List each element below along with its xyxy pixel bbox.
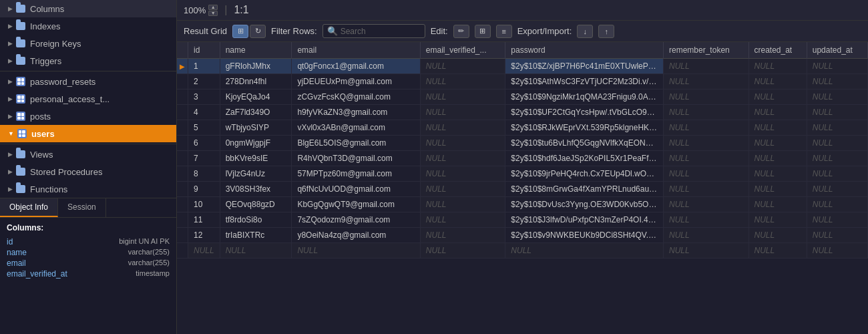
row-indicator: [177, 197, 188, 212]
row-indicator: [177, 166, 188, 182]
sidebar-item-stored-procedures[interactable]: ▶ Stored Procedures: [0, 163, 176, 180]
col-email-verified-at: email_verified_at timestamp: [7, 269, 170, 279]
divider: [0, 71, 176, 71]
chevron-icon: ▶: [8, 168, 13, 175]
folder-icon: [15, 166, 26, 177]
table-row[interactable]: 12trIaBIXTRcy8OeiNa4zq@gmail.comNULL$2y$…: [177, 228, 868, 243]
tab-session[interactable]: Session: [58, 198, 106, 217]
bottom-tabs: Object Info Session: [0, 198, 176, 218]
import-btn[interactable]: ↑: [598, 25, 614, 38]
sidebar-item-label: users: [31, 129, 55, 139]
col-header-password[interactable]: password: [505, 42, 664, 59]
row-indicator: [177, 228, 188, 243]
chevron-icon: ▶: [8, 113, 13, 120]
col-header-email[interactable]: email: [292, 42, 420, 59]
sidebar-item-functions[interactable]: ▶ Functions: [0, 180, 176, 198]
col-name: name varchar(255): [7, 247, 170, 258]
refresh-btn[interactable]: ↻: [250, 25, 266, 38]
sidebar-item-label: Triggers: [30, 56, 61, 66]
sidebar-item-users[interactable]: ▼ users: [0, 125, 176, 142]
chevron-icon: ▶: [8, 78, 13, 85]
col-email: email varchar(255): [7, 258, 170, 269]
sidebar-item-label: Foreign Keys: [30, 39, 81, 49]
filter-rows-label: Filter Rows:: [271, 26, 317, 36]
main-panel: 100% ▲ ▼ | 1:1 Result Grid ⊞ ↻ Filter Ro…: [177, 0, 868, 334]
chevron-icon: ▶: [8, 40, 13, 47]
edit-label: Edit:: [431, 26, 448, 36]
row-indicator: ▶: [177, 59, 188, 74]
table-row[interactable]: 11tf8rdoSi8o7sZQodozm9@gmail.comNULL$2y$…: [177, 212, 868, 228]
row-indicator: [177, 243, 188, 259]
row-indicator: [177, 136, 188, 151]
sidebar-item-views[interactable]: ▶ Views: [0, 146, 176, 163]
sidebar-item-indexes[interactable]: ▶ Indexes: [0, 17, 176, 35]
folder-icon: [15, 38, 26, 49]
sidebar-item-columns[interactable]: ▶ Columns: [0, 0, 176, 17]
col-header-remember-token[interactable]: remember_token: [664, 42, 748, 59]
sidebar-item-label: posts: [30, 112, 51, 122]
search-input[interactable]: [341, 27, 421, 36]
edit-field-btn[interactable]: ≡: [496, 25, 512, 38]
table-row[interactable]: 8lVjlzG4nUz57MPTpz60m@gmail.comNULL$2y$1…: [177, 166, 868, 182]
grid-view-btn[interactable]: ⊞: [232, 25, 248, 38]
zoom-spinner[interactable]: ▲ ▼: [208, 5, 218, 16]
grid-view-buttons: ⊞ ↻: [232, 25, 266, 38]
export-import-label: Export/Import:: [517, 26, 572, 36]
col-header-id[interactable]: id: [188, 42, 220, 59]
row-indicator: [177, 74, 188, 90]
table-row[interactable]: 4ZaF7ld349Oh9fyVKaZN3@gmail.comNULL$2y$1…: [177, 105, 868, 120]
chevron-icon: ▼: [8, 130, 14, 137]
table-row[interactable]: 7bbKVre9sIER4hVQbnT3D@gmail.comNULL$2y$1…: [177, 151, 868, 166]
col-header-created-at[interactable]: created_at: [748, 42, 807, 59]
edit-table-btn[interactable]: ⊞: [475, 25, 491, 38]
table-row[interactable]: 2278Dnn4fhlyjDEUEUxPm@gmail.comNULL$2y$1…: [177, 74, 868, 90]
row-indicator: [177, 90, 188, 105]
row-indicator: [177, 212, 188, 228]
table-icon: [15, 94, 26, 104]
sidebar-item-label: personal_access_t...: [30, 94, 110, 104]
row-indicator: [177, 151, 188, 166]
sidebar-item-label: Indexes: [30, 21, 61, 31]
edit-pencil-btn[interactable]: ✏: [453, 25, 469, 38]
table-icon: [15, 76, 26, 87]
sidebar-item-triggers[interactable]: ▶ Triggers: [0, 52, 176, 69]
table-header-row: id name email email_verified_... passwor…: [177, 42, 868, 59]
data-grid-wrap[interactable]: id name email email_verified_... passwor…: [177, 42, 868, 334]
col-header-name[interactable]: name: [220, 42, 292, 59]
table-row[interactable]: NULLNULLNULLNULLNULLNULLNULLNULL: [177, 243, 868, 259]
separator: |: [224, 4, 227, 16]
chevron-icon: ▶: [8, 96, 13, 102]
chevron-icon: ▶: [8, 23, 13, 29]
col-header-email-verified[interactable]: email_verified_...: [420, 42, 505, 59]
row-indicator: [177, 105, 188, 120]
toolbar-top: 100% ▲ ▼ | 1:1: [177, 0, 868, 21]
sidebar-item-personal-access[interactable]: ▶ personal_access_t...: [0, 90, 176, 108]
bottom-content: Columns: id bigint UN AI PK name varchar…: [0, 218, 176, 334]
sidebar-item-label: Functions: [30, 184, 67, 194]
sidebar-item-label: Stored Procedures: [30, 167, 102, 177]
search-icon: 🔍: [327, 26, 338, 36]
ratio-value: 1:1: [234, 4, 248, 16]
sidebar-item-label: Columns: [30, 4, 64, 14]
sidebar-item-posts[interactable]: ▶ posts: [0, 108, 176, 125]
table-icon: [15, 111, 26, 122]
divider: [0, 144, 176, 144]
export-btn[interactable]: ↓: [577, 25, 593, 38]
table-row[interactable]: 93V08SH3fexq6fNcUvUOD@gmail.comNULL$2y$1…: [177, 182, 868, 197]
search-box[interactable]: 🔍: [322, 24, 425, 38]
sidebar-item-password-resets[interactable]: ▶ password_resets: [0, 73, 176, 90]
table-row[interactable]: ▶1gFRlohJMhxqt0gFoncx1@gmail.comNULL$2y$…: [177, 59, 868, 74]
sidebar-item-foreign-keys[interactable]: ▶ Foreign Keys: [0, 35, 176, 52]
col-id: id bigint UN AI PK: [7, 236, 170, 247]
col-header-indicator: [177, 42, 188, 59]
row-indicator: [177, 120, 188, 136]
col-header-updated-at[interactable]: updated_at: [807, 42, 867, 59]
tab-object-info[interactable]: Object Info: [0, 198, 58, 217]
table-row[interactable]: 10QEOvq88gzDKbGgQgwQT9@gmail.comNULL$2y$…: [177, 197, 868, 212]
table-row[interactable]: 5wTbjyoSIYPvXvl0x3ABn@gmail.comNULL$2y$1…: [177, 120, 868, 136]
chevron-icon: ▶: [8, 5, 13, 12]
table-row[interactable]: 60ngmWjgpjFBlgE6L5OIS@gmail.comNULL$2y$1…: [177, 136, 868, 151]
zoom-up-btn[interactable]: ▲: [208, 5, 218, 10]
table-row[interactable]: 3KjoyEQaJo4zCGvzFcsKQ@gmail.comNULL$2y$1…: [177, 90, 868, 105]
zoom-down-btn[interactable]: ▼: [208, 11, 218, 16]
